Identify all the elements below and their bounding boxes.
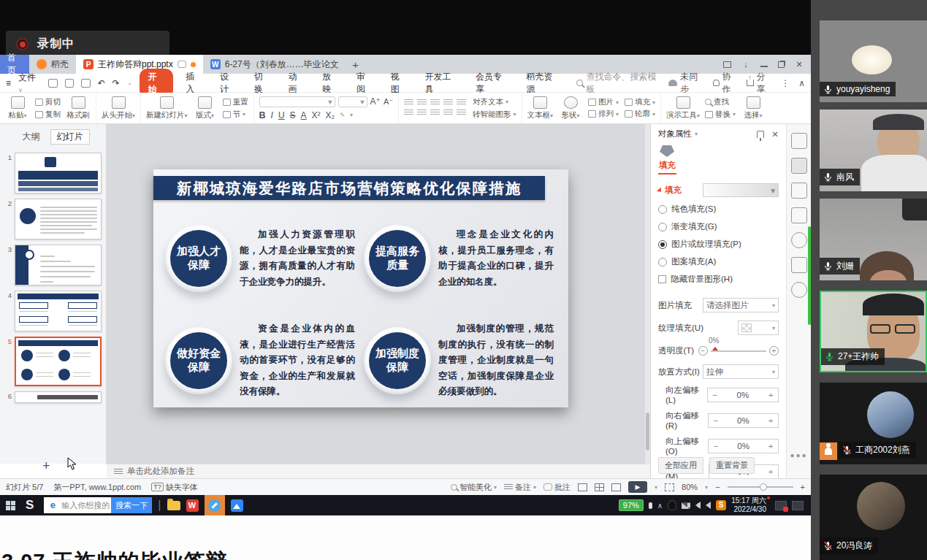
participant-tile[interactable]: 20冯良涛 [820,475,927,560]
texture-fill-dropdown[interactable]: ▾ [738,321,779,335]
slides-tab[interactable]: 幻灯片 [50,129,90,145]
more-history-icon[interactable]: ⌄ [127,80,132,86]
text-effects-icon[interactable]: ✎ [340,112,345,118]
tray-app-icon[interactable] [792,501,804,510]
fill-button[interactable]: 填充▾ [625,97,655,107]
participant-tile[interactable]: 刘姗 [820,199,927,280]
transparency-plus-button[interactable]: + [769,346,779,356]
layout-panel-icon[interactable] [791,207,807,223]
slide-surface[interactable]: 新椰城琼海爱华路店市场营销策略优化保障措施 加强人才保障 加强人力资源管理职能，… [153,169,568,407]
collab-button[interactable]: 协作 [713,71,738,96]
italic-button[interactable]: I [271,110,273,120]
undo-icon[interactable]: ↶ [98,78,105,88]
collapse-triangle-icon[interactable] [657,187,663,193]
share-button[interactable]: 分享 [747,71,772,96]
cut-button[interactable]: 剪切 [35,97,61,107]
underline-button[interactable]: U [278,110,285,120]
participant-tile-speaking[interactable]: 27+王祚帅 [820,291,927,372]
taskbar-search[interactable]: e 输入你想搜的 搜索一下 [44,497,152,513]
align-left-icon[interactable] [404,110,413,116]
minimize-button[interactable] [760,62,768,67]
hide-background-checkbox[interactable]: 隐藏背景图形(H) [658,274,779,285]
font-size-select[interactable]: ▾ [338,96,367,107]
numbered-list-icon[interactable] [417,99,427,106]
slide-item-talent[interactable]: 加强人才保障 加强人力资源管理职能，人才是企业最宝贵的资源，拥有高质量的人才有助… [165,212,355,305]
file-explorer-icon[interactable] [167,501,180,510]
more-menu-icon[interactable]: ⋮ [781,78,790,88]
slide-item-service[interactable]: 提高服务质量 理念是企业文化的内核，提升员工服务理念，有助于提高企业的口碑，提升… [364,212,554,305]
blue-app-icon[interactable] [231,499,243,512]
radio-picture-texture-fill[interactable]: 图片或纹理填充(P) [658,239,779,250]
strikethrough-button[interactable]: S [290,110,296,120]
layout-button[interactable]: 版式▾ [193,96,218,120]
recorder-tray-icon[interactable] [775,501,787,510]
highlight-color-icon[interactable]: ▾ [350,112,353,118]
notes-bar[interactable]: 单击此处添加备注 [107,464,650,478]
replace-button[interactable]: 替换▾ [705,110,736,120]
quick-tools-icon[interactable] [791,133,807,149]
decrease-font-button[interactable]: A⁻ [384,97,393,107]
ime-icon[interactable] [649,502,652,509]
from-start-button[interactable]: 从头开始▾ [102,96,135,120]
slide-item-funds[interactable]: 做好资金保障 资金是企业体内的血液，是企业进行生产经营活动的首要环节，没有足够的… [165,314,355,407]
effects-icon[interactable] [791,183,807,199]
active-app-highlight[interactable] [205,495,225,515]
participant-tile[interactable]: youyayisheng [820,20,927,102]
superscript-button[interactable]: X² [312,110,321,120]
preview-icon[interactable] [81,79,90,88]
missing-font-warning[interactable]: T? 缺失字体 [151,482,198,493]
transparency-slider[interactable] [711,350,766,352]
reset-button[interactable]: 重置 [223,97,248,107]
beautify-button[interactable]: 智能美化▾ [451,482,497,493]
fit-to-window-icon[interactable] [665,483,674,491]
align-right-icon[interactable] [430,110,440,116]
scrollbar-thumb[interactable] [646,413,649,450]
outline-button[interactable]: 轮廓▾ [625,109,655,119]
vertical-scrollbar[interactable] [645,124,650,464]
image-library-icon[interactable] [791,257,807,273]
slide-thumb-5-current[interactable]: 5 [3,337,102,386]
redo-icon[interactable]: ↷ [112,78,120,88]
pin-icon[interactable] [757,131,764,138]
zoom-slider[interactable] [728,486,793,488]
radio-pattern-fill[interactable]: 图案填充(A) [658,256,779,267]
wps-app-icon[interactable]: W [186,499,199,512]
reading-view-button[interactable] [611,483,621,491]
comment-button[interactable]: 批注 [543,482,571,493]
fill-tab[interactable]: 填充 [658,158,676,174]
copy-button[interactable]: 复制 [35,110,61,120]
slide-thumb-4[interactable]: 4 [3,291,102,331]
radio-gradient-fill[interactable]: 渐变填充(G) [658,221,779,232]
align-text-button[interactable]: 对齐文本▾ [473,97,516,107]
tray-expand-icon[interactable]: ∧ [657,502,663,510]
align-center-icon[interactable] [417,110,427,116]
placement-dropdown[interactable]: 拉伸▾ [703,364,779,379]
increase-indent-icon[interactable] [443,99,453,106]
restore-button[interactable] [778,61,785,68]
file-menu[interactable]: 文件 ∨ [18,72,41,94]
zoom-in-button[interactable]: + [801,483,805,491]
more-panels-icon[interactable]: ●●● [787,451,811,459]
picture-button[interactable]: 图片▾ [588,97,619,107]
participant-tile[interactable]: 工商2002刘燕 [820,383,927,464]
editing-canvas[interactable]: 新椰城琼海爱华路店市场营销策略优化保障措施 加强人才保障 加强人力资源管理职能，… [107,124,645,464]
panel-close-icon[interactable]: ✕ [771,129,779,139]
bullet-list-icon[interactable] [404,99,413,106]
radio-solid-fill[interactable]: 纯色填充(S) [658,204,779,215]
collapse-ribbon-icon[interactable]: ∧ [798,78,805,88]
qq-icon[interactable] [668,500,676,510]
format-painter-button[interactable]: 格式刷 [66,96,91,120]
object-properties-icon[interactable] [791,158,807,174]
history-icon[interactable] [791,232,807,248]
audio-input-icon[interactable] [706,502,711,509]
arrange-button[interactable]: 排列▾ [588,109,619,119]
line-spacing-icon[interactable] [457,110,466,116]
slide-thumb-2[interactable]: 2 [3,199,102,239]
battery-indicator[interactable]: 97% [619,499,644,511]
download-icon[interactable]: ↓ [741,60,750,69]
transparency-minus-button[interactable]: − [698,346,708,356]
text-direction-icon[interactable] [457,99,466,106]
clock[interactable]: 15:17 周六2022/4/30 [731,496,770,515]
apply-all-button[interactable]: 全部应用 [658,457,703,474]
slide-item-system[interactable]: 加强制度保障 加强制度的管理，规范制度的执行，没有统一的制度管理，企业制度就是一… [364,314,554,407]
